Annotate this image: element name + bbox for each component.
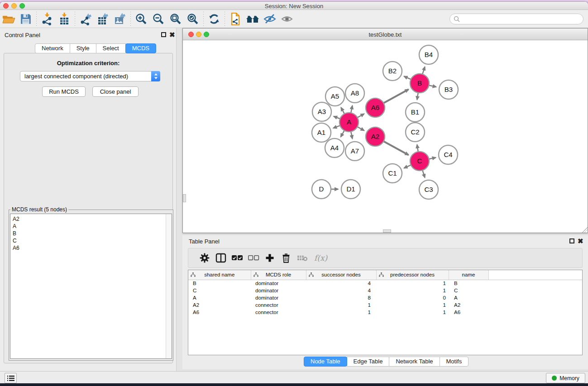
table-cell: A6 [188,309,251,316]
hide-selected-button[interactable] [261,11,278,27]
network-canvas[interactable]: B4B2BB3B1C2A5A8A6A3AA1A2A4A7C4CC1C3DD1 [183,40,588,233]
create-column-button[interactable] [262,250,278,266]
table-settings-button[interactable] [196,250,213,266]
table-close-panel-icon[interactable]: ✖ [578,238,583,243]
export-network-button[interactable] [77,11,94,27]
session-title: Session: New Session [0,3,588,10]
function-builder-button[interactable]: f(x) [314,253,327,262]
network-file-button[interactable] [227,11,244,27]
column-header-successor-nodes[interactable]: successor nodes [306,270,376,280]
graph-edge-C-C2[interactable] [417,145,418,152]
graph-edge-A-A7[interactable] [351,132,352,139]
close-panel-button[interactable]: Close panel [92,86,139,97]
hide-eye-icon [263,13,277,25]
graph-edge-B-B4[interactable] [422,67,425,74]
graph-edge-A-A8[interactable] [351,105,352,113]
float-panel-icon[interactable] [161,32,166,37]
column-header-name[interactable]: name [449,270,488,280]
export-image-button[interactable] [111,11,129,27]
hierarchy-icon [191,272,196,277]
tab-node-table[interactable]: Node Table [304,357,347,367]
graph-edge-B-B1[interactable] [417,93,418,100]
show-selected-button[interactable] [278,11,296,27]
save-session-button[interactable] [17,11,34,27]
memory-button[interactable]: Memory [546,373,585,383]
mcds-result-item[interactable]: A2 [10,215,172,223]
import-network-button[interactable] [38,11,56,27]
tab-select[interactable]: Select [96,43,126,53]
graph-edge-A-A1[interactable] [333,125,340,128]
graph-edge-A-A2[interactable] [357,127,364,130]
tab-mcds[interactable]: MCDS [125,43,156,53]
search-input[interactable] [460,15,583,23]
tab-motifs[interactable]: Motifs [440,357,469,367]
close-panel-icon[interactable]: ✖ [169,32,175,37]
graph-edge-A-A4[interactable] [341,130,344,137]
show-eye-icon [280,13,294,25]
mcds-result-item[interactable]: A [10,223,172,230]
search-icon [454,16,460,22]
optimization-criterion-select[interactable]: largest connected component (directed) [20,71,160,81]
table-row[interactable]: Bdominator41B [188,280,582,287]
mcds-list-scrollbar[interactable] [166,214,172,358]
mcds-result-listbox[interactable]: A2ABCA6 [10,214,172,359]
zoom-fit-button[interactable] [167,11,184,27]
graph-edge-A-A5[interactable] [341,108,344,114]
delete-column-button[interactable] [278,250,294,266]
columns-icon [215,253,226,263]
table-row[interactable]: Adominator80A [188,294,582,301]
network-vertical-scrollbar[interactable] [183,194,186,202]
delete-table-button[interactable] [294,250,311,266]
show-columns-button[interactable] [213,250,229,266]
home-button[interactable] [244,11,261,27]
refresh-button[interactable] [206,11,223,27]
network-horizontal-scrollbar[interactable] [383,229,391,233]
task-history-button[interactable] [5,373,17,383]
table-row[interactable]: Cdominator41C [188,287,582,294]
graph-edge-C-C3[interactable] [422,170,425,177]
column-header-predecessor-nodes[interactable]: predecessor nodes [376,270,449,280]
export-table-button[interactable] [94,11,111,27]
graph-edge-B-B3[interactable] [429,85,436,87]
mcds-result-item[interactable]: B [10,230,172,237]
table-row[interactable]: A2connector11A2 [188,301,582,309]
table-cell: 1 [376,309,449,316]
column-header-mcds-role[interactable]: MCDS role [251,270,306,280]
mcds-result-item[interactable]: A6 [10,244,172,252]
hierarchy-icon [309,272,314,277]
table-type-tabs: Node Table Edge Table Network Table Moti… [304,357,468,367]
select-all-rows-button[interactable] [229,250,245,266]
search-field[interactable] [449,14,583,24]
graph-edge-A-A3[interactable] [334,116,340,119]
graph-node-label-A5: A5 [331,92,339,100]
tab-style[interactable]: Style [70,43,96,53]
zoom-selected-button[interactable] [184,11,201,27]
network-resize-grip[interactable] [582,227,588,233]
table-cell: connector [251,301,306,309]
table-float-panel-icon[interactable] [569,238,574,243]
run-mcds-button[interactable]: Run MCDS [42,86,86,97]
graph-edge-C-C4[interactable] [429,157,435,159]
table-row[interactable]: A6connector11A6 [188,309,582,316]
column-header-shared-name[interactable]: shared name [188,270,251,280]
deselect-all-rows-button[interactable] [245,250,262,266]
graph-edge-A6-B[interactable] [383,90,408,103]
graph-node-label-B4: B4 [425,51,433,58]
zoom-in-button[interactable] [133,11,150,27]
graph-edge-B-B2[interactable] [404,76,411,79]
table-cell: connector [251,309,306,316]
mcds-result-item[interactable]: C [10,237,172,244]
tab-network[interactable]: Network [35,43,70,53]
table-cell-filler [488,294,582,301]
graph-edge-A-A6[interactable] [357,114,364,118]
table-cell: C [449,287,488,294]
tab-edge-table[interactable]: Edge Table [347,357,390,367]
open-session-button[interactable] [0,11,17,27]
delete-table-icon [297,254,308,262]
graph-edge-C-C1[interactable] [404,165,411,168]
graph-edge-A2-C[interactable] [383,141,408,155]
table-panel: Table Panel ✖ [182,235,588,369]
import-table-button[interactable] [56,11,73,27]
tab-network-table[interactable]: Network Table [389,357,440,367]
zoom-out-button[interactable] [150,11,167,27]
